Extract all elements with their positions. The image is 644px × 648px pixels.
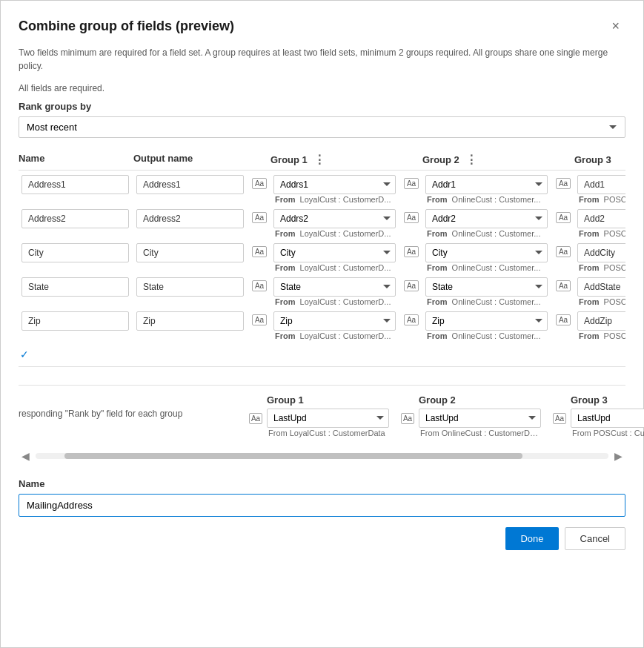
row-g2-from-2: From OnlineCust : Customer...: [425, 262, 548, 273]
dialog-description: Two fields minimum are required for a fi…: [19, 46, 625, 73]
row-g2-from-0: From OnlineCust : Customer...: [425, 194, 548, 205]
col-header-group2: Group 2 ⋮: [422, 153, 552, 167]
row-name-input-1[interactable]: [21, 209, 129, 228]
row-g2-select-1[interactable]: Addr2: [425, 209, 548, 228]
group2-kebab-icon[interactable]: ⋮: [465, 153, 477, 167]
row-g2-cell-3: State From OnlineCust : Customer...: [422, 276, 552, 308]
table-header: Name Output name Group 1 ⋮ Group 2 ⋮ Gro…: [19, 150, 625, 171]
row-g1-select-4[interactable]: Zip: [273, 311, 396, 331]
row-g1-select-1[interactable]: Addrs2: [273, 209, 396, 228]
row-output-input-0[interactable]: [136, 175, 244, 194]
row-g2-icon-3: Aa: [400, 276, 422, 291]
checkmark-area: ✓: [19, 344, 625, 360]
row-g1-cell-3: State From LoyalCust : CustomerD...: [270, 276, 400, 308]
rank-g3-cell: LastUpd From POSCust : CustomerDat...: [571, 409, 644, 438]
row-g3-input-4[interactable]: [577, 311, 625, 331]
rank-g2-select[interactable]: LastUpd: [419, 409, 541, 428]
row-output-input-2[interactable]: [136, 243, 244, 262]
table-row: Aa Addrs1 From LoyalCust : CustomerD... …: [19, 173, 625, 206]
row-g3-from-0: From POSCust : Custo: [577, 194, 625, 205]
row-name-input-3[interactable]: [21, 277, 129, 297]
rank-data-row: responding "Rank by" field for each grou…: [19, 409, 625, 438]
row-g3-cell-3: From POSCust : Custo: [574, 276, 625, 308]
row-g3-icon-2: Aa: [552, 242, 574, 257]
rank-g1-cell: LastUpd From LoyalCust : CustomerData: [267, 409, 396, 438]
row-g1-select-0[interactable]: Addrs1: [273, 175, 396, 194]
rank-g3-select[interactable]: LastUpd: [571, 409, 644, 428]
row-g3-from-2: From POSCust : Custo: [577, 262, 625, 273]
scroll-right-arrow[interactable]: ▶: [611, 449, 625, 463]
rank-g1-select[interactable]: LastUpd: [267, 409, 389, 428]
row-g2-select-0[interactable]: Addr1: [425, 175, 548, 194]
table-row: Aa Addrs2 From LoyalCust : CustomerD... …: [19, 208, 625, 240]
row-output-input-4[interactable]: [136, 311, 244, 331]
row-g3-input-0[interactable]: [577, 175, 625, 194]
row-g3-icon-0: Aa: [552, 173, 574, 189]
row-output-cell-2: [133, 242, 248, 264]
row-g3-icon-3: Aa: [552, 276, 574, 291]
rank-g2-icon: Aa: [396, 409, 419, 424]
name-input[interactable]: [19, 494, 625, 517]
row-g3-input-2[interactable]: [577, 243, 625, 262]
row-g3-icon-4: Aa: [552, 310, 574, 325]
row-name-cell-0: [19, 173, 133, 196]
rank-groups-select[interactable]: Most recent: [19, 116, 625, 138]
cancel-button[interactable]: Cancel: [565, 527, 625, 550]
name-section: Name: [19, 478, 625, 517]
row-g2-icon-0: Aa: [400, 173, 422, 189]
group1-kebab-icon[interactable]: ⋮: [313, 153, 325, 167]
row-g2-from-4: From OnlineCust : Customer...: [425, 331, 548, 341]
row-g3-cell-2: From POSCust : Custo: [574, 242, 625, 274]
rank-section: Group 1 Group 2 Group 3 responding "Rank…: [19, 385, 625, 441]
row-g3-cell-0: From POSCust : Custo: [574, 173, 625, 206]
row-output-input-3[interactable]: [136, 277, 244, 297]
scrollbar-track[interactable]: [36, 453, 608, 459]
row-g1-cell-0: Addrs1 From LoyalCust : CustomerD...: [270, 173, 400, 206]
combine-fields-dialog: Combine group of fields (preview) × Two …: [0, 0, 644, 648]
row-g1-from-0: From LoyalCust : CustomerD...: [273, 194, 396, 205]
scroll-left-arrow[interactable]: ◀: [19, 449, 33, 463]
row-g2-from-1: From OnlineCust : Customer...: [425, 228, 548, 239]
rank-g1-from: From LoyalCust : CustomerData: [267, 428, 389, 438]
row-g3-cell-4: From POSCust : Custo: [574, 310, 625, 343]
rank-g2-from: From OnlineCust : CustomerData: [419, 428, 541, 438]
row-g3-cell-1: From POSCust : Custo: [574, 208, 625, 240]
close-button[interactable]: ×: [605, 16, 625, 37]
row-g1-select-2[interactable]: City: [273, 243, 396, 262]
row-name-input-0[interactable]: [21, 175, 129, 194]
rank-g3-from: From POSCust : CustomerDat...: [571, 428, 644, 438]
row-g1-icon-2: Aa: [248, 242, 270, 257]
row-name-input-4[interactable]: [21, 311, 129, 331]
row-g3-input-3[interactable]: [577, 277, 625, 297]
row-name-cell-3: [19, 276, 133, 298]
row-g3-from-1: From POSCust : Custo: [577, 228, 625, 239]
rank-g3-icon: Aa: [548, 409, 571, 424]
check-icon: ✓: [20, 346, 29, 360]
action-row: Done Cancel: [19, 527, 625, 550]
row-output-input-1[interactable]: [136, 209, 244, 228]
table-row: Aa City From LoyalCust : CustomerD... Aa…: [19, 242, 625, 274]
name-section-label: Name: [19, 478, 625, 489]
row-g1-select-3[interactable]: State: [273, 277, 396, 297]
row-g1-from-1: From LoyalCust : CustomerD...: [273, 228, 396, 239]
row-g1-from-3: From LoyalCust : CustomerD...: [273, 297, 396, 307]
row-g2-icon-4: Aa: [400, 310, 422, 325]
row-g1-icon-3: Aa: [248, 276, 270, 291]
row-g1-from-2: From LoyalCust : CustomerD...: [273, 262, 396, 273]
done-button[interactable]: Done: [505, 527, 558, 550]
row-g2-select-3[interactable]: State: [425, 277, 548, 297]
row-g2-from-3: From OnlineCust : Customer...: [425, 297, 548, 307]
row-g3-input-1[interactable]: [577, 209, 625, 228]
scrollbar-thumb[interactable]: [64, 453, 522, 459]
row-output-cell-4: [133, 310, 248, 332]
rank-group3-header: Group 3: [571, 394, 644, 406]
row-name-input-2[interactable]: [21, 243, 129, 262]
row-g2-select-2[interactable]: City: [425, 243, 548, 262]
fields-table: Name Output name Group 1 ⋮ Group 2 ⋮ Gro…: [19, 150, 625, 360]
row-g2-cell-4: Zip From OnlineCust : Customer...: [422, 310, 552, 343]
rank-label: Rank groups by: [19, 101, 625, 112]
row-g2-cell-0: Addr1 From OnlineCust : Customer...: [422, 173, 552, 206]
row-output-cell-0: [133, 173, 248, 196]
row-g2-select-4[interactable]: Zip: [425, 311, 548, 331]
dialog-title: Combine group of fields (preview): [19, 19, 234, 34]
